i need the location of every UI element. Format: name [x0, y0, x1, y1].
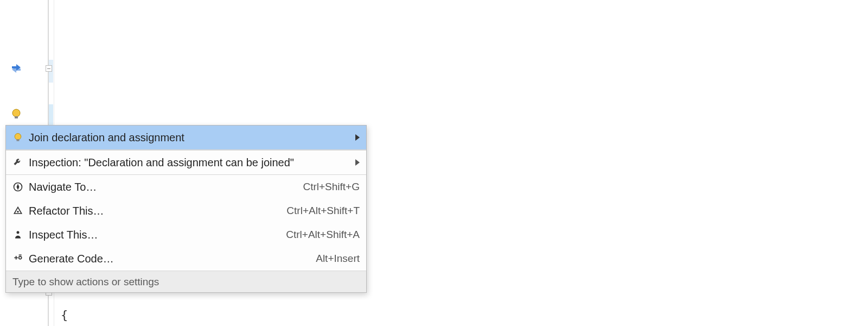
popup-item-label: Generate Code… — [25, 253, 316, 265]
svg-point-2 — [15, 134, 21, 140]
popup-item-label: Refactor This… — [25, 205, 286, 217]
popup-item-navigate-to[interactable]: Navigate To… Ctrl+Shift+G — [6, 175, 366, 199]
fold-toggle-icon[interactable] — [46, 65, 52, 72]
popup-item-inspection[interactable]: Inspection: "Declaration and assignment … — [6, 151, 366, 174]
submenu-arrow-icon — [355, 134, 360, 141]
popup-item-label: Inspect This… — [25, 229, 286, 241]
refactor-icon — [10, 205, 25, 216]
intention-actions-popup[interactable]: Join declaration and assignment Inspecti… — [5, 125, 367, 293]
popup-item-label: Inspection: "Declaration and assignment … — [25, 156, 350, 169]
submenu-arrow-icon — [355, 159, 360, 166]
popup-item-generate-code[interactable]: Generate Code… Alt+Insert — [6, 247, 366, 271]
generate-icon — [10, 253, 25, 264]
svg-point-0 — [12, 109, 20, 117]
popup-item-inspect-this[interactable]: Inspect This… Ctrl+Alt+Shift+A — [6, 223, 366, 247]
popup-item-refactor-this[interactable]: Refactor This… Ctrl+Alt+Shift+T — [6, 199, 366, 223]
bulb-icon — [10, 132, 25, 143]
gutter-caret-marker — [49, 104, 53, 126]
code-line — [54, 43, 868, 65]
override-icon[interactable] — [10, 62, 23, 75]
popup-item-shortcut: Alt+Insert — [316, 253, 360, 265]
popup-item-shortcut: Ctrl+Alt+Shift+A — [286, 229, 360, 241]
popup-item-shortcut: Ctrl+Shift+G — [303, 181, 360, 193]
code-line: { — [54, 304, 868, 326]
bulb-icon[interactable] — [10, 108, 23, 121]
compass-icon — [10, 181, 25, 192]
popup-item-join-declaration[interactable]: Join declaration and assignment — [6, 126, 366, 149]
popup-item-label: Navigate To… — [25, 181, 303, 193]
svg-point-7 — [19, 256, 22, 259]
svg-rect-3 — [17, 139, 20, 141]
popup-item-shortcut: Ctrl+Alt+Shift+T — [286, 205, 360, 217]
inspect-icon — [10, 229, 25, 240]
svg-rect-1 — [15, 116, 18, 118]
svg-point-6 — [17, 231, 20, 234]
wrench-icon — [10, 157, 25, 168]
popup-item-label: Join declaration and assignment — [25, 131, 350, 144]
popup-footer-hint: Type to show actions or settings — [6, 271, 366, 292]
svg-point-5 — [17, 211, 18, 212]
